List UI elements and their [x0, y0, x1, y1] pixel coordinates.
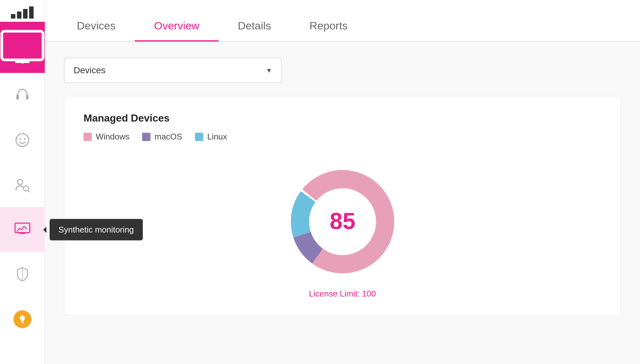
- svg-line-10: [28, 190, 29, 192]
- license-limit-label: License Limit: 100: [309, 289, 376, 299]
- dropdown-arrow-icon: ▼: [266, 67, 272, 74]
- legend-label-windows: Windows: [96, 132, 129, 142]
- managed-devices-card: Managed Devices Windows macOS Linux: [64, 96, 621, 315]
- chart-wrapper: 85 License Limit: 100: [84, 161, 601, 299]
- sidebar: Synthetic monitoring: [0, 0, 45, 364]
- legend-label-linux: Linux: [207, 132, 227, 142]
- tab-devices[interactable]: Devices: [58, 20, 135, 41]
- tab-overview[interactable]: Overview: [135, 20, 219, 41]
- sidebar-item-shield[interactable]: [0, 252, 45, 297]
- headset-icon: [14, 87, 30, 103]
- donut-chart-container: 85: [282, 161, 403, 282]
- sidebar-item-smiley[interactable]: [0, 118, 45, 162]
- donut-chart-svg: 85: [282, 161, 403, 282]
- bar-4: [29, 6, 34, 19]
- legend-item-windows: Windows: [84, 132, 129, 142]
- devices-dropdown[interactable]: Devices ▼: [64, 58, 282, 83]
- main-content: Devices Overview Details Reports Devices…: [45, 0, 640, 364]
- bar-1: [11, 14, 15, 19]
- dropdown-value: Devices: [74, 65, 106, 75]
- chart-legend: Windows macOS Linux: [84, 132, 601, 142]
- card-title: Managed Devices: [84, 112, 601, 124]
- legend-item-macos: macOS: [142, 132, 182, 142]
- donut-center-value: 85: [329, 208, 355, 234]
- sidebar-item-headset[interactable]: [0, 73, 45, 118]
- bulb-circle: [13, 310, 31, 328]
- tab-reports[interactable]: Reports: [290, 20, 367, 41]
- sidebar-item-monitor[interactable]: [0, 22, 45, 73]
- bulb-icon: [18, 315, 27, 324]
- shield-icon: [14, 266, 30, 282]
- legend-item-linux: Linux: [195, 132, 227, 142]
- svg-rect-15: [21, 323, 23, 323]
- sidebar-item-user-search[interactable]: [0, 162, 45, 207]
- tab-details[interactable]: Details: [219, 20, 290, 41]
- sidebar-item-bulb[interactable]: [0, 297, 45, 342]
- dropdown-wrapper: Devices ▼: [64, 58, 621, 83]
- user-search-icon: [14, 177, 30, 193]
- bar-3: [23, 9, 28, 19]
- svg-rect-14: [21, 322, 24, 322]
- legend-label-macos: macOS: [154, 132, 182, 142]
- svg-point-6: [19, 138, 21, 140]
- smiley-icon: [14, 132, 30, 148]
- svg-rect-3: [16, 95, 19, 99]
- legend-dot-macos: [142, 133, 150, 141]
- svg-rect-4: [26, 95, 28, 99]
- bar-2: [17, 12, 21, 19]
- legend-dot-windows: [84, 133, 92, 141]
- legend-dot-linux: [195, 133, 203, 141]
- svg-point-5: [16, 134, 29, 146]
- synthetic-monitoring-icon: [14, 222, 30, 238]
- content-area: Devices ▼ Managed Devices Windows macOS: [45, 42, 640, 364]
- monitor-icon: [0, 29, 45, 65]
- sidebar-item-synthetic-monitoring[interactable]: Synthetic monitoring: [0, 207, 45, 252]
- tab-bar: Devices Overview Details Reports: [45, 0, 640, 42]
- signal-bars-icon: [0, 0, 45, 22]
- svg-point-8: [18, 179, 23, 185]
- svg-point-7: [24, 138, 25, 140]
- svg-rect-0: [2, 31, 43, 60]
